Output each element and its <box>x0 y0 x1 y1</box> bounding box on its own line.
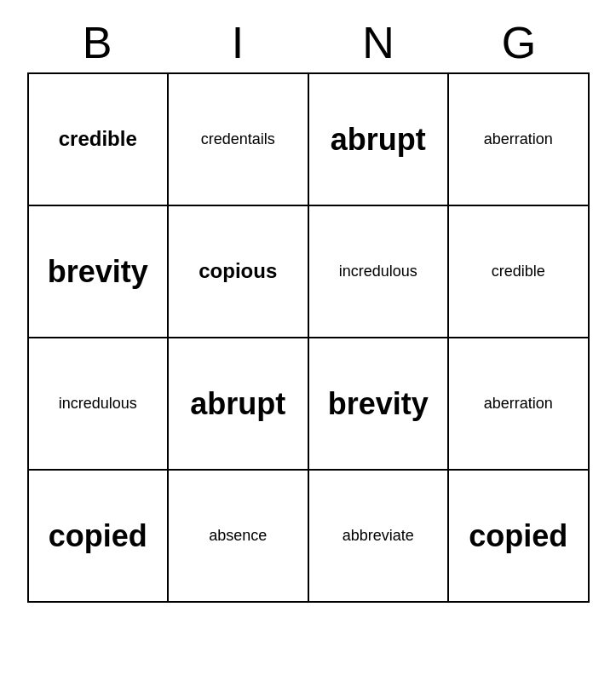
table-row: crediblecredentailsabruptaberration <box>28 73 589 205</box>
cell-text: copied <box>452 519 584 553</box>
cell-r3-c1: absence <box>168 470 308 602</box>
cell-r1-c0: brevity <box>28 205 169 338</box>
cell-r2-c3: aberration <box>448 338 589 470</box>
cell-text: absence <box>172 528 304 545</box>
cell-r1-c1: copious <box>168 205 308 338</box>
cell-text: abrupt <box>172 387 304 421</box>
table-row: brevitycopiousincredulouscredible <box>28 205 589 338</box>
cell-r2-c1: abrupt <box>168 338 308 470</box>
cell-r3-c0: copied <box>28 470 169 602</box>
cell-text: incredulous <box>32 396 164 413</box>
header-letter-i: I <box>168 17 308 68</box>
cell-r2-c2: brevity <box>308 338 449 470</box>
cell-text: abrupt <box>313 123 445 157</box>
bingo-grid: crediblecredentailsabruptaberrationbrevi… <box>27 72 590 603</box>
header-letter-n: N <box>308 17 449 68</box>
cell-text: credible <box>32 128 164 150</box>
table-row: copiedabsenceabbreviatecopied <box>28 470 589 602</box>
cell-r0-c0: credible <box>28 73 169 205</box>
header-letter-b: B <box>27 17 168 68</box>
cell-text: brevity <box>313 387 445 421</box>
cell-text: aberration <box>452 131 584 148</box>
cell-text: aberration <box>452 396 584 413</box>
cell-text: credentails <box>172 131 304 148</box>
cell-text: incredulous <box>313 263 445 280</box>
cell-text: credible <box>452 263 584 280</box>
cell-r1-c3: credible <box>448 205 589 338</box>
bingo-header: B I N G <box>27 9 590 72</box>
cell-r1-c2: incredulous <box>308 205 449 338</box>
cell-r0-c2: abrupt <box>308 73 449 205</box>
cell-r3-c3: copied <box>448 470 589 602</box>
cell-text: abbreviate <box>313 528 445 545</box>
table-row: incredulousabruptbrevityaberration <box>28 338 589 470</box>
cell-r3-c2: abbreviate <box>308 470 449 602</box>
cell-text: brevity <box>32 255 164 289</box>
cell-r0-c3: aberration <box>448 73 589 205</box>
header-letter-g: G <box>449 17 590 68</box>
cell-r0-c1: credentails <box>168 73 308 205</box>
cell-text: copious <box>172 260 304 282</box>
cell-text: copied <box>32 519 164 553</box>
cell-r2-c0: incredulous <box>28 338 169 470</box>
